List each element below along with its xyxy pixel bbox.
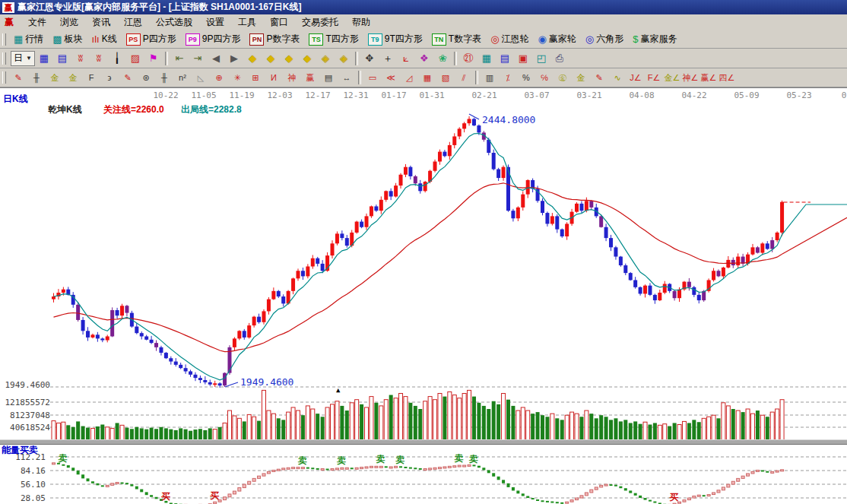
menu-window[interactable]: 窗口 (263, 14, 295, 30)
time-ruler-tool-icon[interactable]: ╫ (155, 69, 173, 86)
compass-tool-icon[interactable]: ⊕ (210, 69, 228, 86)
indicator-axis-label: 112.21 (15, 452, 46, 462)
panel-splitter[interactable] (0, 439, 847, 445)
t-square-button[interactable]: TST四方形 (304, 30, 363, 49)
quotes-button[interactable]: ▦行情 (9, 30, 48, 49)
menu-trade[interactable]: 交易委托 (295, 14, 345, 30)
last-bar-icon[interactable]: ⇥ (189, 50, 207, 67)
pencil-tool-icon[interactable]: ✎ (9, 69, 27, 86)
four-angle-tool-icon[interactable]: 四∠ (718, 69, 736, 86)
wave-tool-icon[interactable]: И (265, 69, 283, 86)
menu-gann[interactable]: 江恩 (117, 14, 149, 30)
draw-flag-icon[interactable]: ⚑ (144, 50, 163, 67)
t-number-button[interactable]: TNT数字表 (427, 30, 486, 49)
menu-settings[interactable]: 设置 (199, 14, 231, 30)
spider-web-tool-icon[interactable]: ✳ (228, 69, 246, 86)
percent-tool-icon[interactable]: % (517, 69, 535, 86)
menu-news[interactable]: 资讯 (85, 14, 117, 30)
p9-square-button[interactable]: P99P四方形 (181, 30, 246, 49)
web-chart-icon[interactable]: ▦ (35, 50, 53, 67)
gold-ratio-tool-icon[interactable]: 金 (46, 69, 64, 86)
expand-all-icon[interactable]: ◈ (335, 50, 353, 67)
export-data-icon[interactable]: ◰ (532, 50, 550, 67)
prev-bar-icon[interactable]: ◀ (207, 50, 225, 67)
first-bar-icon[interactable]: ⇤ (170, 50, 189, 67)
bars-3-icon[interactable]: ʬ (71, 50, 90, 67)
app-window: 赢 赢家江恩专业版[赢家内部服务平台] - [上证指数 SH1A0001-167… (0, 0, 847, 504)
price-table-tool-icon[interactable]: ▥ (481, 69, 499, 86)
print-icon[interactable]: ⎙ (550, 50, 569, 67)
hand-tool-icon[interactable]: ✥ (360, 50, 379, 67)
next-bar-icon[interactable]: ▶ (225, 50, 243, 67)
gann-circle-tool-icon[interactable]: ⊛ (137, 69, 155, 86)
winner-wheel-button[interactable]: ◉赢家轮 (534, 30, 581, 49)
set-square-tool-icon[interactable]: ◺ (192, 69, 210, 86)
shen-angle-tool-icon[interactable]: 神∠ (681, 69, 699, 86)
menu-browse[interactable]: 浏览 (53, 14, 85, 30)
kline-color-icon[interactable]: ▨ (126, 50, 144, 67)
fan-arc-tool-icon[interactable]: ◿ (400, 69, 418, 86)
fan-lines-tool-icon[interactable]: ≪ (382, 69, 400, 86)
t9-square-button[interactable]: T99T四方形 (363, 30, 427, 49)
shen-grid-tool-icon[interactable]: 神 (283, 69, 301, 86)
box-tool-icon[interactable]: ▭ (363, 69, 382, 86)
list-view-icon[interactable]: ▤ (53, 50, 71, 67)
j-angle-tool-icon[interactable]: J∠ (627, 69, 645, 86)
win-angle-tool-icon[interactable]: 赢∠ (699, 69, 718, 86)
candlestick-series[interactable] (52, 116, 784, 388)
chart-area[interactable]: 10-2211-0511-1912-0312-1712-3101-1701-31… (0, 87, 847, 504)
zoom-out-x-icon[interactable]: ◆ (243, 50, 262, 67)
candle-style-icon[interactable]: ╽ (108, 50, 126, 67)
parallel-lines-tool-icon[interactable]: ⫽ (455, 69, 473, 86)
menu-file[interactable]: 文件 (21, 14, 53, 30)
fibonacci-tool-icon[interactable]: F (82, 69, 100, 86)
expand-x-icon[interactable]: ◆ (280, 50, 298, 67)
notepad-icon[interactable]: ▤ (496, 50, 514, 67)
period-label: 日 (14, 52, 23, 65)
p-number-button[interactable]: PNP数字表 (245, 30, 304, 49)
flag-pencil-tool-icon[interactable]: ✎ (590, 69, 608, 86)
gann-wheel-button[interactable]: ◎江恩轮 (486, 30, 533, 49)
compress-all-icon[interactable]: ◈ (316, 50, 335, 67)
winner-service-button[interactable]: $赢家服务 (628, 30, 681, 49)
compress-x-icon[interactable]: ◆ (298, 50, 316, 67)
gold-line-tool-icon[interactable]: 金 (572, 69, 590, 86)
crosshair-tool-icon[interactable]: ＋ (379, 50, 397, 67)
title-bar: 赢 赢家江恩专业版[赢家内部服务平台] - [上证指数 SH1A0001-167… (0, 0, 847, 14)
wave-gold-tool-icon[interactable]: ∿ (608, 69, 627, 86)
menu-tools[interactable]: 工具 (231, 14, 263, 30)
chevron-down-icon: ▼ (26, 55, 32, 62)
p-square-button[interactable]: PSP四方形 (122, 30, 181, 49)
gann-shape-icon[interactable]: ❖ (415, 50, 433, 67)
menu-formula-picker[interactable]: 公式选股 (149, 14, 199, 30)
gold-circle-tool-icon[interactable]: ㊎ (554, 69, 572, 86)
menu-help[interactable]: 帮助 (345, 14, 377, 30)
ruler-123-tool-icon[interactable]: ▤ (319, 69, 338, 86)
web-box-tool-icon[interactable]: ⊞ (246, 69, 265, 86)
sectors-button[interactable]: ▩板块 (48, 30, 87, 49)
trend-pencil-tool-icon[interactable]: ✎ (119, 69, 137, 86)
percent-line-tool-icon[interactable]: ℅ (535, 69, 554, 86)
win-grid-tool-icon[interactable]: 赢 (301, 69, 319, 86)
save-icon[interactable]: ▣ (514, 50, 532, 67)
gold-extend-tool-icon[interactable]: 金 (64, 69, 82, 86)
f-angle-tool-icon[interactable]: F∠ (645, 69, 663, 86)
kline-button[interactable]: ılıK线 (87, 30, 122, 49)
bars-9-icon[interactable]: ʬ (90, 50, 108, 67)
smart-brain-icon[interactable]: ❀ (433, 50, 452, 67)
grid-box-tool-icon[interactable]: ▦ (418, 69, 436, 86)
width-measure-tool-icon[interactable]: ↔ (338, 69, 356, 86)
zoom-in-x-icon[interactable]: ◆ (262, 50, 280, 67)
angle-measure-icon[interactable]: ⟀ (397, 50, 415, 67)
calendar-icon[interactable]: ㉑ (459, 50, 477, 67)
period-selector[interactable]: 日▼ (11, 51, 35, 66)
gann-grid-tool-icon[interactable]: ╫ (27, 69, 46, 86)
gold-angle-tool-icon[interactable]: 金∠ (663, 69, 681, 86)
percent-7-tool-icon[interactable]: ⁒ (499, 69, 517, 86)
grid-arrow-tool-icon[interactable]: ▧ (436, 69, 455, 86)
n-square-tool-icon[interactable]: n² (173, 69, 192, 86)
buy-marker: 买 (210, 490, 219, 501)
calculator-icon[interactable]: ▦ (477, 50, 496, 67)
spiral-tool-icon[interactable]: ϶ (100, 69, 119, 86)
hexagon-button[interactable]: ◎六角形 (581, 30, 628, 49)
